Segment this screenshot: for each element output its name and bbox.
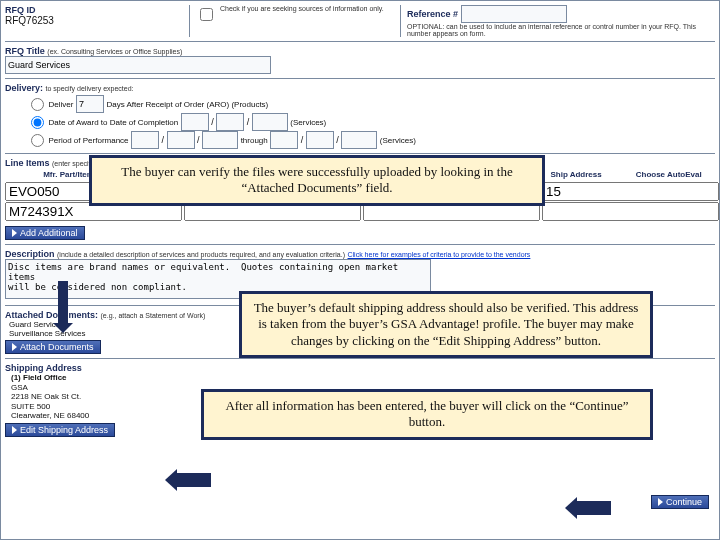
reference-input[interactable] [461, 5, 567, 23]
sources-text: Check if you are seeking sources of info… [220, 5, 384, 12]
qty-input[interactable] [542, 182, 719, 201]
pop-m2[interactable] [270, 131, 298, 149]
rfqtitle-input[interactable] [5, 56, 271, 74]
rfqid-label: RFQ ID [5, 5, 185, 15]
delivery-opt3a: Period of Performance [49, 136, 129, 145]
description-label: Description [5, 249, 55, 259]
edit-shipping-button[interactable]: Edit Shipping Address [5, 423, 115, 437]
description-link[interactable]: Click here for examples of criteria to p… [348, 251, 531, 258]
delivery-opt2suf: (Services) [290, 118, 326, 127]
pop-m1[interactable] [131, 131, 159, 149]
delivery-award-d[interactable] [216, 113, 244, 131]
rfqtitle-label: RFQ Title [5, 46, 45, 56]
attached-hint: (e.g., attach a Statement of Work) [101, 312, 206, 319]
callout-continue: After all information has been entered, … [201, 389, 653, 440]
callout-shipping: The buyer’s default shipping address sho… [239, 291, 653, 358]
rfqid-value: RFQ76253 [5, 15, 185, 26]
add-additional-button[interactable]: Add Additional [5, 226, 85, 240]
pop-d2[interactable] [306, 131, 334, 149]
delivery-opt3mid: through [241, 136, 268, 145]
description-hint: (include a detailed description of servi… [57, 251, 345, 258]
arrow-icon [58, 281, 68, 323]
pop-y1[interactable] [202, 131, 238, 149]
triangle-icon [12, 229, 17, 237]
rfqtitle-hint: (ex. Consulting Services or Office Suppl… [47, 48, 182, 55]
qty-input[interactable] [542, 202, 719, 221]
delivery-hint: to specify delivery expected: [46, 85, 134, 92]
pop-y2[interactable] [341, 131, 377, 149]
reference-hint: OPTIONAL: can be used to include an inte… [407, 23, 715, 37]
callout-attached: The buyer can verify the files were succ… [89, 155, 545, 206]
continue-button[interactable]: Continue [651, 495, 709, 509]
triangle-icon [12, 343, 17, 351]
delivery-radio-award[interactable] [31, 116, 44, 129]
lineitems-label: Line Items [5, 158, 50, 168]
pop-d1[interactable] [167, 131, 195, 149]
arrow-icon [577, 501, 611, 515]
attached-label: Attached Documents: [5, 310, 98, 320]
delivery-aro-days[interactable] [76, 95, 104, 113]
attach-documents-button[interactable]: Attach Documents [5, 340, 101, 354]
delivery-award-y[interactable] [252, 113, 288, 131]
delivery-radio-aro[interactable] [31, 98, 44, 111]
delivery-opt1b: Days After Receipt of Order (ARO) (Produ… [106, 100, 268, 109]
arrow-icon [177, 473, 211, 487]
delivery-opt1a: Deliver [49, 100, 74, 109]
reference-label: Reference # [407, 9, 458, 19]
shipping-label: Shipping Address [5, 363, 715, 373]
delivery-award-m[interactable] [181, 113, 209, 131]
triangle-icon [12, 426, 17, 434]
delivery-radio-pop[interactable] [31, 134, 44, 147]
triangle-icon [658, 498, 663, 506]
delivery-opt3suf: (Services) [380, 136, 416, 145]
delivery-label: Delivery: [5, 83, 43, 93]
sources-checkbox[interactable] [200, 8, 213, 21]
delivery-opt2a: Date of Award to Date of Completion [49, 118, 179, 127]
